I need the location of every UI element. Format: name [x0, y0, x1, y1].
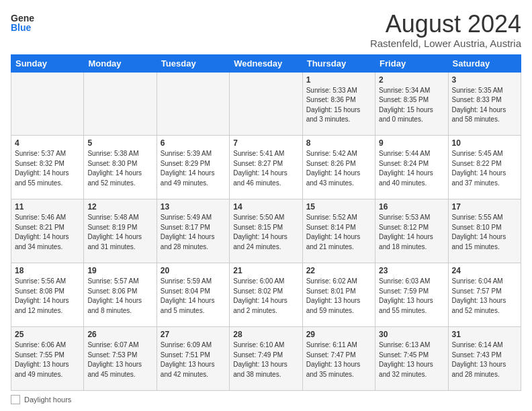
- day-info: Sunrise: 5:53 AM Sunset: 8:12 PM Dayligh…: [379, 213, 444, 252]
- day-number: 16: [379, 202, 444, 212]
- day-info: Sunrise: 6:06 AM Sunset: 7:55 PM Dayligh…: [15, 340, 80, 379]
- calendar-header-row: SundayMondayTuesdayWednesdayThursdayFrid…: [11, 54, 521, 72]
- day-number: 31: [452, 330, 517, 339]
- day-info: Sunrise: 5:37 AM Sunset: 8:32 PM Dayligh…: [15, 149, 80, 188]
- day-number: 19: [87, 266, 152, 275]
- day-number: 5: [87, 138, 152, 148]
- calendar-cell: 17Sunrise: 5:55 AM Sunset: 8:10 PM Dayli…: [448, 199, 521, 263]
- day-number: 25: [15, 330, 80, 339]
- day-info: Sunrise: 6:04 AM Sunset: 7:57 PM Dayligh…: [452, 277, 517, 316]
- day-info: Sunrise: 6:14 AM Sunset: 7:43 PM Dayligh…: [452, 340, 517, 379]
- calendar-cell: [84, 72, 157, 136]
- calendar-week-3: 11Sunrise: 5:46 AM Sunset: 8:21 PM Dayli…: [11, 199, 521, 263]
- calendar-cell: 30Sunrise: 6:13 AM Sunset: 7:45 PM Dayli…: [375, 327, 448, 391]
- calendar-cell: 15Sunrise: 5:52 AM Sunset: 8:14 PM Dayli…: [302, 199, 375, 263]
- calendar-week-5: 25Sunrise: 6:06 AM Sunset: 7:55 PM Dayli…: [11, 327, 521, 391]
- day-number: 1: [306, 75, 371, 85]
- calendar-cell: 27Sunrise: 6:09 AM Sunset: 7:51 PM Dayli…: [157, 327, 229, 391]
- day-number: 23: [379, 266, 444, 275]
- calendar-cell: 21Sunrise: 6:00 AM Sunset: 8:02 PM Dayli…: [230, 263, 302, 327]
- calendar-cell: 24Sunrise: 6:04 AM Sunset: 7:57 PM Dayli…: [448, 263, 521, 327]
- calendar-header-monday: Monday: [84, 54, 157, 72]
- page: General Blue August 2024 Rastenfeld, Low…: [0, 0, 532, 411]
- logo: General Blue: [11, 11, 35, 38]
- day-info: Sunrise: 5:57 AM Sunset: 8:06 PM Dayligh…: [87, 277, 152, 316]
- day-info: Sunrise: 5:44 AM Sunset: 8:24 PM Dayligh…: [379, 149, 444, 188]
- day-number: 7: [233, 138, 298, 148]
- day-number: 24: [452, 266, 517, 275]
- footer: Daylight hours: [11, 395, 521, 404]
- day-number: 29: [306, 330, 371, 339]
- day-info: Sunrise: 6:11 AM Sunset: 7:47 PM Dayligh…: [306, 340, 371, 379]
- day-number: 21: [233, 266, 298, 275]
- daylight-box: [11, 395, 20, 404]
- calendar-cell: 6Sunrise: 5:39 AM Sunset: 8:29 PM Daylig…: [157, 136, 229, 199]
- subtitle: Rastenfeld, Lower Austria, Austria: [370, 38, 521, 49]
- day-info: Sunrise: 6:13 AM Sunset: 7:45 PM Dayligh…: [379, 340, 444, 379]
- svg-text:Blue: Blue: [11, 22, 32, 33]
- day-number: 27: [161, 330, 226, 339]
- calendar-cell: 9Sunrise: 5:44 AM Sunset: 8:24 PM Daylig…: [375, 136, 448, 199]
- day-info: Sunrise: 5:52 AM Sunset: 8:14 PM Dayligh…: [306, 213, 371, 252]
- calendar-week-2: 4Sunrise: 5:37 AM Sunset: 8:32 PM Daylig…: [11, 136, 521, 199]
- calendar-table: SundayMondayTuesdayWednesdayThursdayFrid…: [11, 54, 521, 391]
- calendar-cell: 20Sunrise: 5:59 AM Sunset: 8:04 PM Dayli…: [157, 263, 229, 327]
- day-info: Sunrise: 5:59 AM Sunset: 8:04 PM Dayligh…: [161, 277, 226, 316]
- calendar-cell: 25Sunrise: 6:06 AM Sunset: 7:55 PM Dayli…: [11, 327, 84, 391]
- calendar-header-tuesday: Tuesday: [157, 54, 229, 72]
- day-number: 15: [306, 202, 371, 212]
- footer-label: Daylight hours: [24, 396, 71, 404]
- day-number: 8: [306, 138, 371, 148]
- day-number: 3: [452, 75, 517, 85]
- calendar-cell: 16Sunrise: 5:53 AM Sunset: 8:12 PM Dayli…: [375, 199, 448, 263]
- day-info: Sunrise: 5:42 AM Sunset: 8:26 PM Dayligh…: [306, 149, 371, 188]
- calendar-cell: 12Sunrise: 5:48 AM Sunset: 8:19 PM Dayli…: [84, 199, 157, 263]
- calendar-cell: 31Sunrise: 6:14 AM Sunset: 7:43 PM Dayli…: [448, 327, 521, 391]
- day-number: 12: [87, 202, 152, 212]
- day-number: 18: [15, 266, 80, 275]
- day-number: 17: [452, 202, 517, 212]
- calendar-header-sunday: Sunday: [11, 54, 84, 72]
- calendar-header-saturday: Saturday: [448, 54, 521, 72]
- day-info: Sunrise: 5:39 AM Sunset: 8:29 PM Dayligh…: [161, 149, 226, 188]
- day-number: 26: [87, 330, 152, 339]
- calendar-cell: 3Sunrise: 5:35 AM Sunset: 8:33 PM Daylig…: [448, 72, 521, 136]
- calendar-cell: 10Sunrise: 5:45 AM Sunset: 8:22 PM Dayli…: [448, 136, 521, 199]
- day-info: Sunrise: 6:09 AM Sunset: 7:51 PM Dayligh…: [161, 340, 226, 379]
- day-info: Sunrise: 5:46 AM Sunset: 8:21 PM Dayligh…: [15, 213, 80, 252]
- calendar-cell: 18Sunrise: 5:56 AM Sunset: 8:08 PM Dayli…: [11, 263, 84, 327]
- day-number: 11: [15, 202, 80, 212]
- calendar-cell: [11, 72, 84, 136]
- calendar-header-friday: Friday: [375, 54, 448, 72]
- day-info: Sunrise: 5:48 AM Sunset: 8:19 PM Dayligh…: [87, 213, 152, 252]
- day-info: Sunrise: 5:45 AM Sunset: 8:22 PM Dayligh…: [452, 149, 517, 188]
- calendar-cell: 28Sunrise: 6:10 AM Sunset: 7:49 PM Dayli…: [230, 327, 302, 391]
- day-info: Sunrise: 5:50 AM Sunset: 8:15 PM Dayligh…: [233, 213, 298, 252]
- day-number: 10: [452, 138, 517, 148]
- day-number: 4: [15, 138, 80, 148]
- day-info: Sunrise: 6:10 AM Sunset: 7:49 PM Dayligh…: [233, 340, 298, 379]
- day-info: Sunrise: 6:07 AM Sunset: 7:53 PM Dayligh…: [87, 340, 152, 379]
- calendar-week-4: 18Sunrise: 5:56 AM Sunset: 8:08 PM Dayli…: [11, 263, 521, 327]
- day-info: Sunrise: 5:56 AM Sunset: 8:08 PM Dayligh…: [15, 277, 80, 316]
- calendar-cell: 4Sunrise: 5:37 AM Sunset: 8:32 PM Daylig…: [11, 136, 84, 199]
- day-number: 30: [379, 330, 444, 339]
- calendar-cell: 2Sunrise: 5:34 AM Sunset: 8:35 PM Daylig…: [375, 72, 448, 136]
- calendar-cell: [230, 72, 302, 136]
- day-info: Sunrise: 5:35 AM Sunset: 8:33 PM Dayligh…: [452, 86, 517, 125]
- calendar-cell: 7Sunrise: 5:41 AM Sunset: 8:27 PM Daylig…: [230, 136, 302, 199]
- day-number: 28: [233, 330, 298, 339]
- calendar-cell: 8Sunrise: 5:42 AM Sunset: 8:26 PM Daylig…: [302, 136, 375, 199]
- day-number: 2: [379, 75, 444, 85]
- calendar-cell: [157, 72, 229, 136]
- calendar-cell: 23Sunrise: 6:03 AM Sunset: 7:59 PM Dayli…: [375, 263, 448, 327]
- day-number: 6: [161, 138, 226, 148]
- day-number: 9: [379, 138, 444, 148]
- day-info: Sunrise: 5:49 AM Sunset: 8:17 PM Dayligh…: [161, 213, 226, 252]
- header: General Blue August 2024 Rastenfeld, Low…: [11, 11, 521, 49]
- day-number: 13: [161, 202, 226, 212]
- day-info: Sunrise: 6:00 AM Sunset: 8:02 PM Dayligh…: [233, 277, 298, 316]
- calendar-cell: 1Sunrise: 5:33 AM Sunset: 8:36 PM Daylig…: [302, 72, 375, 136]
- day-number: 22: [306, 266, 371, 275]
- day-info: Sunrise: 5:55 AM Sunset: 8:10 PM Dayligh…: [452, 213, 517, 252]
